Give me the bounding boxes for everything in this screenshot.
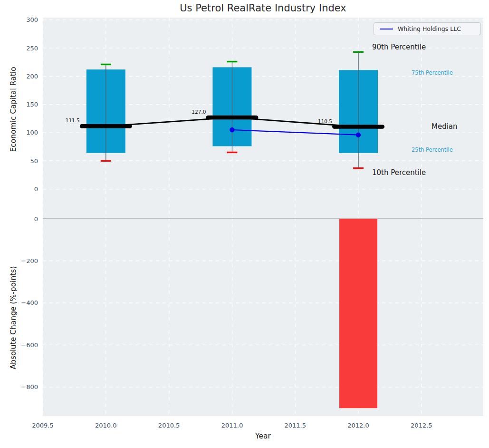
label-25th-percentile: 25th Percentile [412,146,453,153]
chart-canvas: 111.5127.0110.50501001502002503000−200−4… [0,0,489,448]
median-annotation-2012: 110.5 [318,118,332,124]
company-marker-2011 [230,127,234,132]
ytick-top-250: 250 [26,45,38,52]
ytick-bottom-0: 0 [34,215,38,223]
y-axis-label-top: Economic Capital Ratio [9,67,18,152]
ytick-bottom--400: −400 [21,299,38,306]
median-segment-2011 [206,116,258,119]
y-axis-label-bottom: Absolute Change (%-points) [9,266,18,370]
legend-label: Whiting Holdings LLC [398,25,461,32]
median-segment-2010 [80,124,132,128]
median-annotation-2010: 111.5 [66,117,80,123]
ytick-bottom--200: −200 [21,257,38,264]
xtick-2012.5: 2012.5 [411,422,432,429]
label-90th-percentile: 90th Percentile [372,43,426,51]
xtick-2010.0: 2010.0 [95,422,117,429]
label-median: Median [431,122,458,131]
legend: Whiting Holdings LLC [374,22,481,35]
ytick-top-200: 200 [26,73,38,80]
ytick-bottom--600: −600 [21,341,38,349]
label-10th-percentile: 10th Percentile [372,168,426,177]
legend-line-swatch [380,29,393,29]
ytick-top-0: 0 [34,185,38,193]
median-annotation-2011: 127.0 [192,109,206,115]
ytick-top-50: 50 [30,157,38,165]
ytick-bottom--800: −800 [21,383,38,390]
ytick-top-300: 300 [26,16,38,23]
xtick-2011.5: 2011.5 [284,422,306,429]
change-bar-2012 [339,219,377,408]
label-75th-percentile: 75th Percentile [412,69,453,76]
xtick-2012.0: 2012.0 [347,422,369,429]
xtick-2011.0: 2011.0 [221,422,243,429]
ytick-top-100: 100 [26,129,38,136]
x-axis-label: Year [43,432,483,440]
xtick-2009.5: 2009.5 [32,422,54,429]
company-marker-2012 [356,132,361,137]
median-segment-2012 [332,125,384,128]
chart-title: Us Petrol RealRate Industry Index [43,2,483,14]
figure: 111.5127.0110.50501001502002503000−200−4… [0,0,489,448]
xtick-2010.5: 2010.5 [158,422,180,429]
ytick-top-150: 150 [26,101,38,108]
